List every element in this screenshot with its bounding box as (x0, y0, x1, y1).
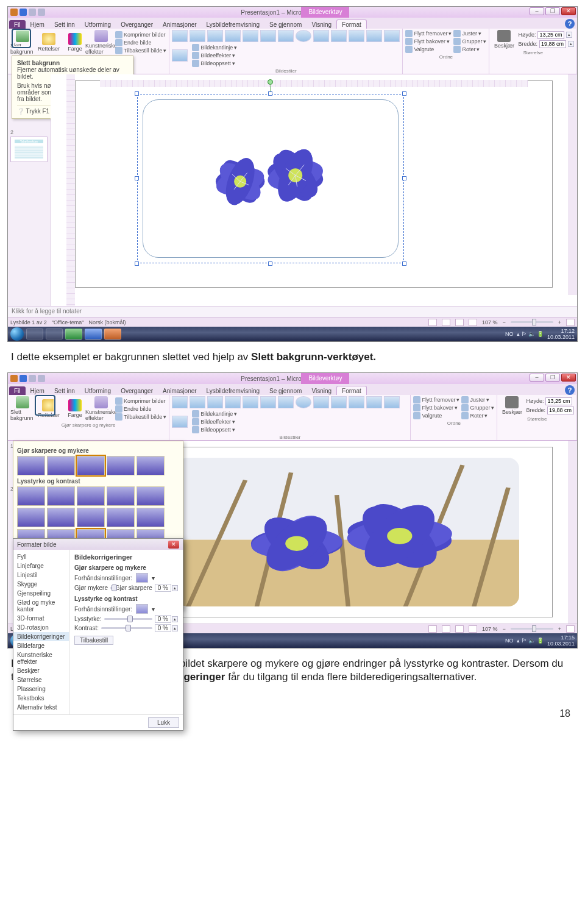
picture-layout-button[interactable]: Bildeoppsett ▾ (192, 60, 237, 67)
maximize-button[interactable]: ❐ (545, 7, 560, 15)
bring-forward-button[interactable]: Flytt fremover ▾ (413, 396, 459, 403)
fit-button[interactable] (566, 625, 575, 633)
zoom-slider[interactable] (511, 628, 553, 630)
gallery-thumb[interactable] (107, 486, 135, 506)
gallery-thumb[interactable] (107, 456, 135, 475)
change-picture-button[interactable]: Endre bilde (115, 405, 166, 413)
normal-view-button[interactable] (428, 319, 437, 326)
slideshow-view-button[interactable] (469, 625, 477, 633)
dialog-category[interactable]: Skygge (13, 580, 69, 589)
tab-hjem[interactable]: Hjem (26, 386, 49, 395)
tab-utforming[interactable]: Utforming (80, 20, 116, 29)
normal-view-button[interactable] (428, 625, 437, 633)
gallery-thumb[interactable] (77, 486, 105, 506)
vertical-scrollbar[interactable] (569, 441, 577, 624)
dialog-category[interactable]: Bildekorrigeringer (13, 632, 69, 641)
compress-pictures-button[interactable]: Komprimer bilder (115, 31, 166, 38)
remove-background-button[interactable]: Slett bakgrunn (10, 30, 35, 55)
notes-pane[interactable]: Klikk for å legge til notater (8, 306, 577, 317)
reading-view-button[interactable] (455, 319, 464, 326)
height-input[interactable]: Høyde: (526, 397, 574, 405)
tab-fil[interactable]: Fil (9, 20, 26, 29)
dialog-category[interactable]: 3D-format (13, 614, 69, 623)
dialog-category[interactable]: Alternativ tekst (13, 703, 69, 712)
help-icon[interactable]: ? (565, 385, 575, 395)
resize-handle[interactable] (135, 176, 139, 180)
dialog-category[interactable]: Beskjær (13, 666, 69, 675)
picture-border-button[interactable]: Bildekantlinje ▾ (192, 44, 237, 51)
resize-handle[interactable] (402, 176, 406, 180)
minimize-button[interactable]: – (530, 7, 544, 15)
resize-handle[interactable] (268, 91, 272, 96)
corrections-button[interactable]: Rettelser (37, 399, 61, 418)
resize-handle[interactable] (402, 91, 406, 96)
dialog-category[interactable]: Bildefarge (13, 641, 69, 650)
preset-dropdown[interactable] (136, 573, 148, 583)
save-icon[interactable] (20, 9, 27, 16)
slideshow-view-button[interactable] (469, 319, 477, 326)
tab-lysbildefremvisning[interactable]: Lysbildefremvisning (202, 386, 264, 395)
rotate-handle[interactable] (268, 79, 273, 85)
picture-layout-button[interactable]: Bildeoppsett ▾ (192, 426, 237, 433)
tab-segjennom[interactable]: Se gjennom (264, 20, 307, 29)
taskbar-outlook[interactable] (46, 329, 63, 339)
close-button[interactable]: ✕ (561, 7, 576, 15)
gallery-thumb[interactable] (77, 456, 105, 475)
slide-canvas[interactable] (75, 80, 553, 288)
system-tray[interactable]: NO▴ 🏳 🔈 🔋 17:1210.03.2011 (505, 328, 575, 340)
tab-visning[interactable]: Visning (307, 20, 336, 29)
dialog-category[interactable]: Linjestil (13, 570, 69, 580)
tab-hjem[interactable]: Hjem (26, 20, 49, 29)
color-button[interactable]: Farge (63, 33, 87, 52)
group-button[interactable]: Grupper ▾ (461, 404, 494, 411)
minimize-button[interactable]: – (530, 374, 544, 382)
reading-view-button[interactable] (455, 625, 464, 633)
sorter-view-button[interactable] (442, 319, 450, 326)
tab-settinn[interactable]: Sett inn (49, 20, 80, 29)
dialog-category[interactable]: Gjenspeiling (13, 589, 69, 598)
taskbar-excel[interactable] (65, 329, 82, 339)
sharpen-slider[interactable]: Gjør mykere Gjør skarpere 0 %▴ (74, 584, 178, 592)
rotate-button[interactable]: Roter ▾ (461, 412, 494, 419)
dialog-category[interactable]: Størrelse (13, 675, 69, 684)
align-button[interactable]: Juster ▾ (453, 30, 486, 37)
gallery-thumb[interactable] (107, 508, 135, 527)
tab-utforming[interactable]: Utforming (80, 386, 116, 395)
artistic-effects-button[interactable]: Kunstneriske effekter (89, 396, 113, 421)
height-input[interactable]: Høyde:▴ (518, 31, 574, 39)
remove-background-button[interactable]: Slett bakgrunn (10, 396, 35, 421)
system-tray[interactable]: NO▴ 🏳 🔈 🔋 17:1510.03.2011 (505, 634, 575, 647)
redo-icon[interactable] (38, 9, 45, 16)
save-icon[interactable] (20, 375, 27, 382)
close-button[interactable]: ✕ (561, 374, 576, 382)
picture-styles-gallery[interactable]: Bildekantlinje ▾ Bildeeffekter ▾ Bildeop… (172, 30, 400, 67)
vertical-scrollbar[interactable] (569, 74, 577, 295)
tab-settinn[interactable]: Sett inn (49, 386, 80, 395)
tab-fil[interactable]: Fil (9, 386, 26, 395)
taskbar-word[interactable] (85, 329, 102, 339)
tab-overganger[interactable]: Overganger (116, 386, 158, 395)
fit-button[interactable] (566, 319, 575, 326)
slide-thumb-2[interactable]: Tabellverktøy (10, 137, 48, 162)
resize-handle[interactable] (268, 261, 272, 266)
align-button[interactable]: Juster ▾ (461, 396, 494, 403)
reset-button[interactable]: Tilbakestill (74, 636, 113, 645)
zoom-slider[interactable] (511, 321, 553, 323)
reset-picture-button[interactable]: Tilbakestill bilde ▾ (115, 47, 166, 54)
compress-pictures-button[interactable]: Komprimer bilder (115, 397, 166, 405)
send-backward-button[interactable]: Flytt bakover ▾ (413, 404, 459, 411)
tab-animasjoner[interactable]: Animasjoner (158, 386, 202, 395)
group-button[interactable]: Grupper ▾ (453, 38, 486, 45)
language-indicator[interactable]: Norsk (bokmål) (88, 319, 126, 325)
dialog-titlebar[interactable]: Formater bilde ✕ (13, 539, 183, 550)
gallery-thumb[interactable] (136, 508, 165, 527)
change-picture-button[interactable]: Endre bilde (115, 39, 166, 46)
dialog-categories[interactable]: FyllLinjefargeLinjestilSkyggeGjenspeilin… (13, 550, 69, 714)
contrast-slider[interactable]: Kontrast: 0 %▴ (74, 624, 178, 632)
start-button[interactable] (10, 327, 24, 341)
tab-animasjoner[interactable]: Animasjoner (158, 20, 202, 29)
picture-border-button[interactable]: Bildekantlinje ▾ (192, 410, 237, 418)
dialog-category[interactable]: Linjefarge (13, 561, 69, 570)
selection-pane-button[interactable]: Valgrute (413, 412, 459, 419)
resize-handle[interactable] (135, 261, 139, 266)
